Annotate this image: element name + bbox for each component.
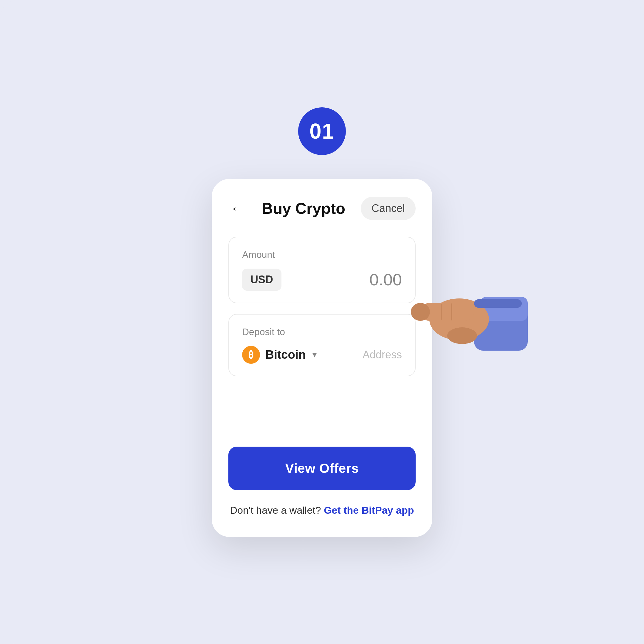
crypto-selector[interactable]: ₿ Bitcoin ▾ xyxy=(242,346,317,364)
currency-badge[interactable]: USD xyxy=(242,269,281,291)
crypto-name: Bitcoin xyxy=(265,348,306,361)
page-background: 01 ← Buy Crypto Cancel Amount USD 0.00 xyxy=(0,0,644,644)
address-label[interactable]: Address xyxy=(363,349,402,361)
view-offers-button[interactable]: View Offers xyxy=(228,447,416,490)
back-arrow-icon: ← xyxy=(230,201,244,216)
svg-rect-8 xyxy=(474,299,522,308)
deposit-section: Deposit to ₿ Bitcoin ▾ Address xyxy=(228,314,416,376)
amount-label: Amount xyxy=(242,249,402,260)
cancel-button[interactable]: Cancel xyxy=(361,197,416,220)
amount-section: Amount USD 0.00 xyxy=(228,237,416,303)
svg-point-5 xyxy=(447,327,477,344)
deposit-row: ₿ Bitcoin ▾ Address xyxy=(242,346,402,364)
content-spacer xyxy=(228,387,416,447)
phone-card: ← Buy Crypto Cancel Amount USD 0.00 Depo… xyxy=(212,179,432,537)
deposit-label: Deposit to xyxy=(242,326,402,338)
wallet-text-prefix: Don't have a wallet? xyxy=(230,504,321,516)
step-number: 01 xyxy=(309,119,335,143)
svg-point-4 xyxy=(411,303,430,321)
amount-value[interactable]: 0.00 xyxy=(369,270,402,289)
get-bitpay-link[interactable]: Get the BitPay app xyxy=(324,504,414,516)
amount-row: USD 0.00 xyxy=(242,269,402,291)
back-button[interactable]: ← xyxy=(228,199,246,217)
page-title: Buy Crypto xyxy=(262,199,345,217)
step-badge: 01 xyxy=(298,107,346,155)
btc-symbol: ₿ xyxy=(249,349,253,360)
chevron-down-icon: ▾ xyxy=(312,350,317,360)
phone-wrapper: ← Buy Crypto Cancel Amount USD 0.00 Depo… xyxy=(212,179,432,537)
phone-header: ← Buy Crypto Cancel xyxy=(228,197,416,220)
wallet-prompt: Don't have a wallet? Get the BitPay app xyxy=(228,504,416,516)
bitcoin-icon: ₿ xyxy=(242,346,260,364)
hand-illustration xyxy=(403,267,528,363)
